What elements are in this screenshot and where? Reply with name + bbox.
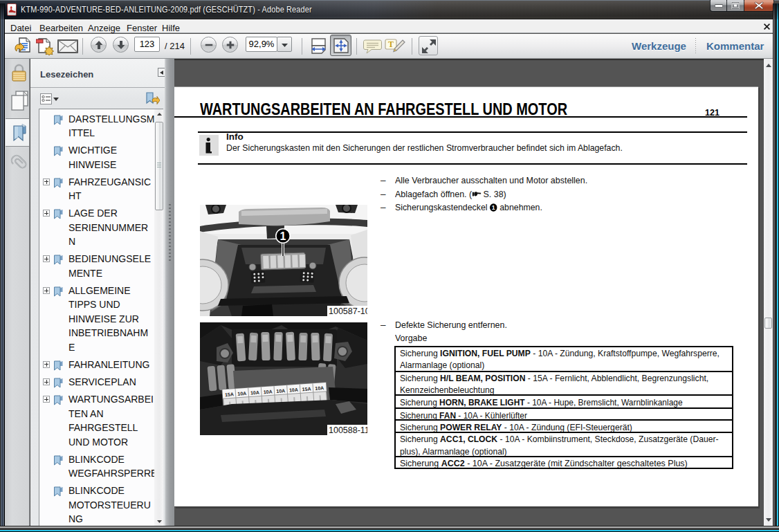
svg-text:1: 1 bbox=[280, 230, 286, 242]
svg-text:15A: 15A bbox=[302, 386, 311, 392]
svg-text:15A: 15A bbox=[225, 392, 234, 397]
svg-text:10A: 10A bbox=[276, 388, 285, 394]
svg-text:10A: 10A bbox=[250, 390, 259, 396]
svg-text:10A: 10A bbox=[289, 387, 298, 393]
svg-text:T: T bbox=[388, 39, 394, 49]
svg-text:1: 1 bbox=[492, 204, 495, 211]
svg-text:100587-10: 100587-10 bbox=[329, 306, 367, 316]
svg-text:10A: 10A bbox=[237, 391, 246, 396]
svg-text:10A: 10A bbox=[263, 389, 272, 394]
svg-text:100588-11: 100588-11 bbox=[329, 425, 367, 435]
svg-text:10A: 10A bbox=[315, 385, 324, 391]
